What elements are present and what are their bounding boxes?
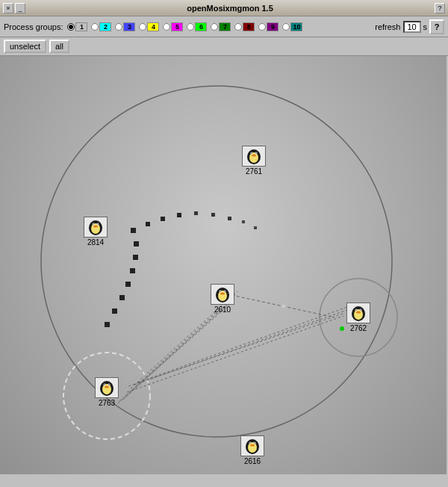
svg-point-71 — [254, 442, 255, 443]
window-title: openMosixmgmon 1.5 — [28, 4, 432, 13]
node-2763-icon — [95, 377, 119, 398]
group-4[interactable]: 4 — [139, 22, 159, 31]
svg-point-58 — [356, 311, 361, 314]
svg-point-43 — [97, 223, 98, 224]
svg-point-65 — [105, 386, 109, 388]
svg-point-67 — [248, 442, 257, 453]
all-button[interactable]: all — [49, 40, 69, 53]
group-8[interactable]: 8 — [234, 22, 255, 31]
refresh-label: refresh — [375, 22, 400, 31]
svg-point-42 — [93, 223, 93, 224]
background-texture — [0, 56, 447, 474]
node-2814-label: 2814 — [87, 238, 104, 246]
toolbar-right: refresh s ? — [375, 19, 444, 34]
node-2814-icon — [84, 217, 108, 238]
node-2761-icon — [242, 146, 266, 167]
group-5[interactable]: 5 — [163, 22, 183, 31]
title-bar: × _ openMosixmgmon 1.5 ? — [0, 0, 448, 16]
svg-point-63 — [104, 384, 105, 385]
svg-point-39 — [91, 223, 100, 234]
svg-point-37 — [252, 155, 256, 157]
group-9-dot: 9 — [267, 22, 279, 31]
svg-point-35 — [251, 152, 252, 153]
help-title-button[interactable]: ? — [435, 3, 445, 13]
group-10[interactable]: 10 — [282, 22, 302, 31]
group-3[interactable]: 3 — [115, 22, 135, 31]
node-2763[interactable]: 2763 — [95, 377, 119, 407]
group-6[interactable]: 6 — [187, 22, 207, 31]
group-7[interactable]: 7 — [211, 22, 231, 31]
group-8-dot: 8 — [243, 22, 255, 31]
node-2763-label: 2763 — [99, 399, 115, 407]
node-2762-label: 2762 — [350, 324, 367, 332]
node-2610-label: 2610 — [214, 305, 231, 314]
main-canvas: 2761 2814 — [0, 56, 447, 474]
node-2814[interactable]: 2814 — [84, 217, 108, 246]
process-groups-label: Process groups: — [4, 22, 63, 31]
group-1-radio[interactable] — [67, 23, 75, 31]
svg-point-44 — [93, 226, 98, 228]
group-5-radio[interactable] — [163, 23, 170, 31]
group-1-dot: 1 — [75, 22, 87, 31]
minimize-button[interactable]: _ — [15, 3, 25, 13]
svg-point-46 — [218, 291, 227, 301]
group-9-radio[interactable] — [258, 23, 266, 31]
group-4-dot: 4 — [147, 22, 159, 31]
svg-point-60 — [102, 384, 111, 394]
node-2610[interactable]: 2610 — [211, 284, 234, 314]
close-button[interactable]: × — [3, 3, 13, 13]
svg-point-50 — [224, 291, 225, 291]
group-8-radio[interactable] — [234, 23, 242, 31]
svg-point-53 — [354, 309, 363, 320]
group-6-radio[interactable] — [187, 23, 194, 31]
group-1[interactable]: 1 — [67, 22, 87, 31]
node-2616-label: 2616 — [244, 457, 261, 465]
node-2616-icon — [240, 435, 264, 456]
group-9[interactable]: 9 — [258, 22, 279, 31]
refresh-input[interactable] — [403, 21, 421, 33]
node-2761[interactable]: 2761 — [242, 146, 266, 176]
node-2761-label: 2761 — [246, 167, 262, 176]
group-3-dot: 3 — [123, 22, 135, 31]
group-6-dot: 6 — [195, 22, 207, 31]
node-2762-icon — [346, 303, 370, 323]
svg-point-49 — [220, 291, 220, 291]
node-2762[interactable]: 2762 — [346, 303, 370, 332]
group-10-radio[interactable] — [282, 23, 290, 31]
group-2-radio[interactable] — [91, 23, 99, 31]
group-2-dot: 2 — [99, 22, 111, 31]
group-4-radio[interactable] — [139, 23, 146, 31]
svg-point-36 — [255, 152, 256, 153]
svg-point-32 — [249, 152, 258, 163]
toolbar: Process groups: 1 2 3 4 5 6 7 8 9 — [0, 16, 448, 37]
group-10-dot: 10 — [290, 22, 302, 31]
svg-point-57 — [360, 309, 361, 310]
group-2[interactable]: 2 — [91, 22, 111, 31]
group-3-radio[interactable] — [115, 23, 122, 31]
group-7-dot: 7 — [219, 22, 231, 31]
help-button[interactable]: ? — [429, 19, 444, 34]
node-2610-icon — [211, 284, 234, 305]
group-7-radio[interactable] — [211, 23, 218, 31]
action-bar: unselect all — [0, 37, 448, 56]
svg-point-70 — [249, 442, 250, 443]
group-5-dot: 5 — [171, 22, 183, 31]
svg-point-72 — [250, 444, 255, 447]
svg-point-51 — [220, 293, 225, 295]
seconds-label: s — [423, 22, 428, 31]
unselect-button[interactable]: unselect — [4, 40, 46, 53]
svg-point-64 — [108, 384, 109, 385]
svg-point-56 — [355, 309, 356, 310]
node-2616[interactable]: 2616 — [240, 435, 264, 465]
